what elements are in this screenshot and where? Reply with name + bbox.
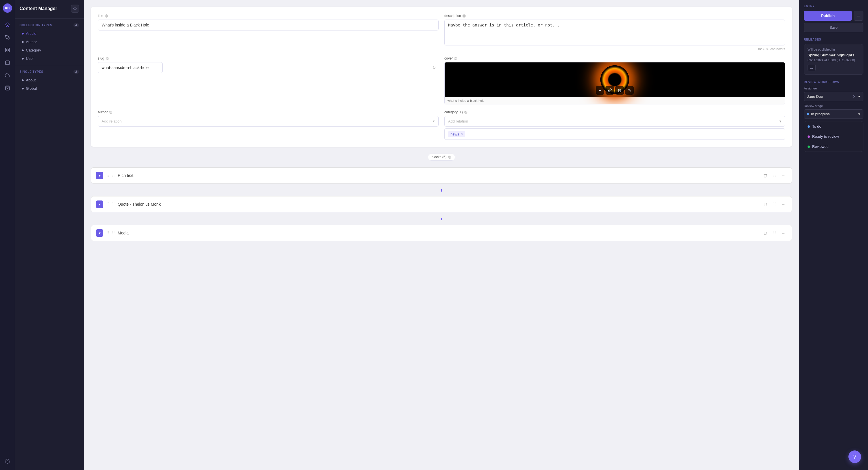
block-name-media: Media [118, 231, 759, 235]
block-delete-media[interactable] [762, 230, 769, 236]
sidebar-item-user[interactable]: User [15, 54, 84, 63]
stage-dropdown: To do Ready to review Reviewed [804, 121, 863, 152]
category-tag-close[interactable]: ✕ [460, 132, 463, 136]
block-drag-icon-quote[interactable]: ⠿ [106, 202, 109, 206]
stage-option-todo[interactable]: To do [804, 122, 863, 131]
cover-field: cover + [444, 56, 785, 104]
review-section-title: REVIEW WORKFLOWS [804, 80, 863, 84]
nav-settings[interactable] [2, 456, 13, 467]
block-delete-rich-text[interactable] [762, 172, 769, 179]
svg-rect-4 [5, 61, 9, 65]
assignee-select[interactable]: Jane Doe ✕ ▾ [804, 92, 863, 101]
stage-option-ready[interactable]: Ready to review [804, 131, 863, 141]
block-toggle-quote[interactable]: ▾ [96, 200, 103, 208]
cover-link-button[interactable] [606, 86, 614, 95]
nav-cloud[interactable] [2, 70, 13, 80]
form-row-title-desc: title description Maybe the answer is in… [98, 14, 785, 51]
nav-builder[interactable] [2, 58, 13, 68]
block-connector-line-1 [441, 189, 442, 192]
stage-option-reviewed[interactable]: Reviewed [804, 141, 863, 152]
svg-point-9 [106, 57, 109, 60]
block-drag-icon2-rich-text[interactable]: ⠿ [112, 173, 115, 178]
sidebar-divider-2 [15, 65, 84, 65]
description-input[interactable]: Maybe the answer is in this article, or … [444, 20, 785, 45]
fab-button[interactable]: ? [848, 450, 861, 463]
stage-dot-current [807, 113, 809, 115]
cover-filename: what-s-inside-a-black-hole [445, 97, 785, 104]
description-field: description Maybe the answer is in this … [444, 14, 785, 51]
block-drag-icon-rich-text[interactable]: ⠿ [106, 173, 109, 178]
block-toggle-rich-text[interactable]: ▾ [96, 172, 103, 179]
publish-button[interactable]: Publish [804, 11, 852, 21]
entry-section-title: ENTRY [804, 5, 863, 8]
svg-point-12 [465, 111, 467, 113]
slug-refresh-icon[interactable]: ↻ [433, 66, 436, 70]
description-hint: max. 80 characters [444, 47, 785, 51]
title-input[interactable] [98, 20, 439, 31]
sidebar-dot-user [22, 58, 24, 60]
entry-more-button[interactable]: ··· [854, 11, 863, 21]
sidebar-item-article[interactable]: Article [15, 29, 84, 38]
releases-more-button[interactable]: ... [808, 64, 816, 71]
cover-image: + ✎ [445, 62, 785, 97]
nav-home[interactable] [2, 20, 13, 30]
block-more-quote[interactable]: ··· [780, 201, 787, 208]
category-relation-select[interactable]: Add relation ▾ [444, 116, 785, 127]
block-actions-quote: ⠿ ··· [762, 201, 787, 208]
svg-point-11 [110, 111, 112, 113]
ready-dot [808, 135, 810, 138]
block-toggle-media[interactable]: ▾ [96, 229, 103, 237]
releases-card: Will be published in Spring Summer highl… [804, 44, 863, 75]
svg-rect-1 [8, 48, 9, 49]
sidebar-dot-author [22, 41, 24, 43]
block-more-rich-text[interactable]: ··· [780, 172, 787, 179]
block-reorder-rich-text[interactable]: ⠿ [771, 172, 778, 179]
section-single-types: SINGLE TYPES 2 [15, 68, 84, 76]
nav-media[interactable] [2, 45, 13, 55]
nav-content[interactable] [2, 32, 13, 42]
slug-input[interactable] [98, 62, 163, 73]
cover-delete-button[interactable] [615, 86, 624, 95]
review-stage-select[interactable]: In progress ▾ [804, 109, 863, 119]
block-drag-icon-media[interactable]: ⠿ [106, 231, 109, 235]
user-avatar[interactable]: KD [3, 3, 12, 13]
block-drag-icon2-quote[interactable]: ⠿ [112, 202, 115, 206]
svg-point-10 [455, 57, 457, 60]
review-section: REVIEW WORKFLOWS Assignee Jane Doe ✕ ▾ R… [804, 80, 863, 152]
sidebar-dot-about [22, 79, 24, 81]
block-header-quote: ▾ ⠿ ⠿ Quote - Thelonius Monk ⠿ ··· [91, 197, 792, 212]
block-reorder-quote[interactable]: ⠿ [771, 201, 778, 208]
title-field: title [98, 14, 439, 51]
block-delete-quote[interactable] [762, 201, 769, 208]
todo-dot [808, 125, 810, 128]
sidebar-item-author[interactable]: Author [15, 38, 84, 46]
sidebar-item-global[interactable]: Global [15, 84, 84, 93]
releases-section-title: RELEASES [804, 38, 863, 41]
block-name-quote: Quote - Thelonius Monk [118, 202, 759, 206]
sidebar-search-button[interactable] [71, 5, 79, 13]
cover-edit-button[interactable]: ✎ [625, 86, 634, 95]
nav-plugins[interactable] [2, 83, 13, 93]
block-more-media[interactable]: ··· [780, 230, 787, 236]
block-item-media: ▾ ⠿ ⠿ Media ⠿ ··· [91, 225, 792, 241]
author-label: author [98, 110, 439, 114]
block-drag-icon2-media[interactable]: ⠿ [112, 231, 115, 235]
releases-title: Spring Summer highlights [808, 53, 860, 57]
category-chevron-icon: ▾ [779, 119, 781, 124]
entry-btn-row: Publish ··· [804, 11, 863, 21]
sidebar-item-about[interactable]: About [15, 76, 84, 84]
blocks-badge[interactable]: blocks (5) [428, 154, 455, 161]
right-panel: ENTRY Publish ··· Save RELEASES Will be … [799, 0, 868, 470]
description-globe-icon [462, 14, 466, 18]
cover-add-button[interactable]: + [596, 86, 604, 95]
author-relation-select[interactable]: Add relation ▾ [98, 116, 439, 127]
assignee-clear-icon[interactable]: ✕ [853, 94, 856, 99]
block-item-rich-text: ▾ ⠿ ⠿ Rich text ⠿ ··· [91, 167, 792, 183]
save-button[interactable]: Save [804, 23, 863, 32]
sidebar-item-category[interactable]: Category [15, 46, 84, 54]
releases-section: RELEASES Will be published in Spring Sum… [804, 38, 863, 75]
block-reorder-media[interactable]: ⠿ [771, 230, 778, 236]
sidebar: Content Manager COLLECTION TYPES 4 Artic… [15, 0, 84, 470]
blocks-globe-icon [448, 155, 452, 159]
svg-rect-3 [8, 51, 9, 52]
